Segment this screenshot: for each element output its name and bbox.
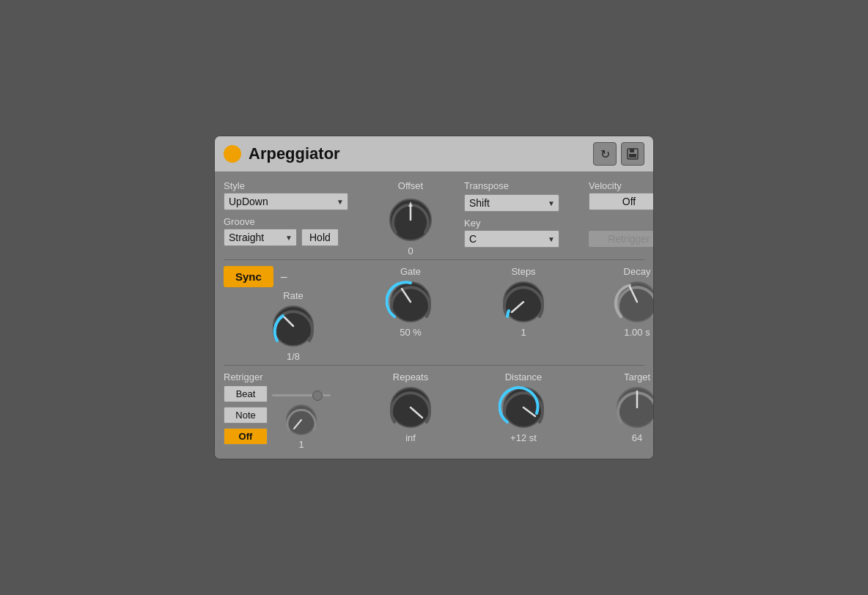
repeats-knob[interactable]: [386, 382, 435, 432]
steps-value: 1: [521, 327, 526, 338]
col4-mid: Decay 1.00 s: [583, 266, 654, 338]
steps-label: Steps: [511, 266, 535, 277]
offset-label: Offset: [398, 180, 423, 191]
key-label: Key: [464, 218, 583, 229]
offset-col: Offset 0: [363, 180, 458, 256]
distance-value: +12 st: [510, 432, 537, 443]
groove-select[interactable]: Straight Swing Groove: [224, 229, 297, 246]
steps-knob[interactable]: [499, 277, 548, 327]
col4-bot: Target 64: [583, 372, 654, 443]
col3-top: Transpose Shift Transpose Chord ▼ Key CC…: [458, 180, 583, 256]
transpose-select[interactable]: Shift Transpose Chord: [464, 194, 559, 212]
target-knob[interactable]: [612, 382, 654, 432]
hold-button[interactable]: Hold: [301, 229, 339, 246]
col4-top: Velocity Off Retrigger: [583, 180, 654, 256]
save-icon: [626, 147, 639, 160]
target-value: 64: [632, 432, 642, 443]
rate-label: Rate: [283, 290, 303, 301]
transpose-label: Transpose: [464, 180, 509, 191]
key-select[interactable]: CC#DD# EFF#G G#AA#B: [464, 230, 559, 248]
rate-knob[interactable]: [268, 301, 318, 351]
col2-bot: Repeats inf: [363, 372, 458, 443]
col1-top: Style UpDown Up Down Random As Played ▼ …: [224, 180, 363, 256]
col2-mid: Gate 50 %: [363, 266, 458, 338]
decay-knob[interactable]: [612, 277, 654, 327]
retrigger-slider-thumb[interactable]: [312, 391, 323, 401]
target-label: Target: [624, 372, 650, 382]
rate-group: Rate 1/8: [224, 290, 363, 362]
sync-dash: –: [281, 270, 287, 284]
divider1: [224, 259, 644, 260]
col1-bot: Retrigger Beat Note Off: [224, 372, 363, 450]
retrigger-section-label: Retrigger: [224, 372, 363, 382]
style-label: Style: [224, 180, 363, 191]
retrigger-beat-button[interactable]: Beat: [224, 385, 268, 402]
app-logo: [224, 145, 241, 163]
gate-label: Gate: [400, 266, 421, 277]
svg-rect-2: [629, 154, 636, 158]
style-select[interactable]: UpDown Up Down Random As Played: [224, 193, 348, 210]
divider2: [224, 365, 644, 366]
retrigger-slider-track: [272, 394, 331, 396]
decay-label: Decay: [624, 266, 651, 277]
retrigger-knob-value: 1: [298, 439, 304, 450]
gate-knob[interactable]: [386, 277, 435, 327]
offset-value: 0: [408, 245, 413, 256]
rate-value: 1/8: [287, 351, 300, 362]
refresh-button[interactable]: ↻: [593, 142, 617, 166]
col3-mid: Steps 1: [458, 266, 583, 338]
save-button[interactable]: [621, 142, 644, 166]
col1-mid: Sync – Rate 1/8: [224, 266, 363, 362]
decay-value: 1.00 s: [624, 327, 650, 338]
retrigger-off-button[interactable]: Off: [224, 428, 268, 445]
col3-bot: Distance +12 st: [458, 372, 583, 443]
distance-label: Distance: [505, 372, 542, 382]
header-buttons: ↻: [593, 142, 644, 166]
svg-rect-1: [630, 149, 634, 152]
sync-button[interactable]: Sync: [224, 266, 273, 287]
repeats-label: Repeats: [393, 372, 428, 382]
offset-knob[interactable]: [385, 194, 436, 245]
header: Arpeggiator ↻: [215, 136, 653, 171]
velocity-label: Velocity: [589, 180, 654, 191]
retrigger-note-button[interactable]: Note: [224, 407, 268, 424]
gate-value: 50 %: [400, 327, 422, 338]
groove-label: Groove: [224, 216, 363, 227]
velocity-off-button[interactable]: Off: [589, 193, 654, 210]
retrigger-knob[interactable]: [282, 401, 320, 439]
velocity-retrigger-display: Retrigger: [589, 231, 654, 247]
distance-knob[interactable]: [499, 382, 548, 432]
repeats-value: inf: [405, 432, 416, 443]
app-title: Arpeggiator: [249, 144, 340, 163]
